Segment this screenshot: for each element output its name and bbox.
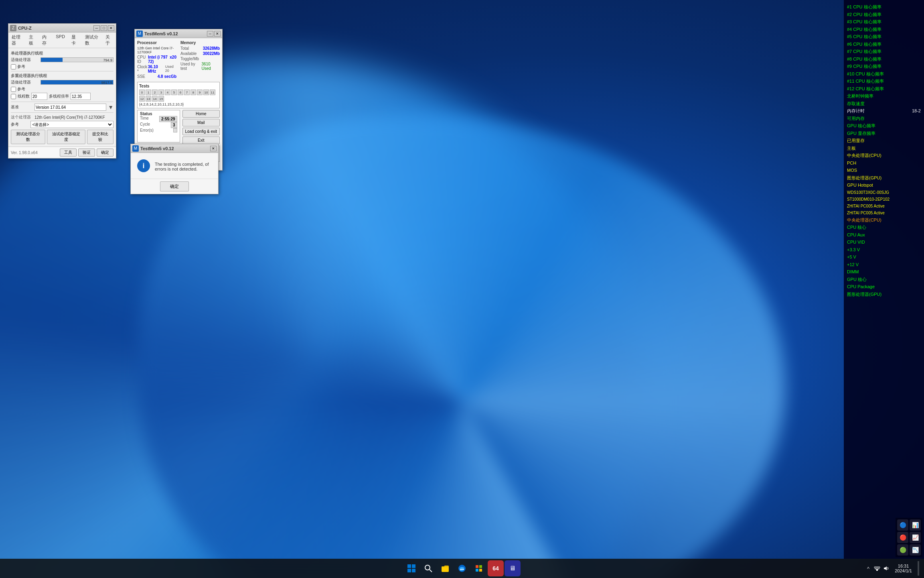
system-clock[interactable]: 16:31 2024/1/1 (892, 563, 914, 574)
menu-display[interactable]: 显卡 (68, 33, 82, 47)
multi-rate-input[interactable] (71, 93, 91, 100)
processor-label: 这个处理器 (11, 114, 33, 120)
multi-ref-checkbox[interactable]: 参考 (11, 86, 113, 92)
testmem-minimize-button[interactable]: ─ (207, 31, 213, 37)
clock-field: Clock * 36.10 MHz Used 20 (137, 65, 176, 73)
threads-checkbox[interactable] (11, 94, 16, 99)
menu-memory[interactable]: 内存 (39, 33, 53, 47)
monitor-item-cpu10: #10 CPU 核心频率 (846, 70, 922, 78)
version-input[interactable] (34, 104, 106, 111)
cpuz-ok-button[interactable]: 确定 (97, 149, 113, 157)
used-by-test-field: Used by test 3610 Used (180, 62, 220, 71)
test-num-0: 0 (139, 90, 145, 95)
footer-buttons: 工具 验证 确定 (60, 149, 113, 157)
store-button[interactable] (471, 560, 487, 576)
threads-count-input[interactable] (31, 93, 47, 100)
menu-about[interactable]: 关于 (102, 33, 116, 47)
ref-select[interactable]: <请选择> (30, 121, 114, 128)
menu-benchmark[interactable]: 测试分数 (82, 33, 103, 47)
monitor-item-dimm-v: DIMM (846, 268, 922, 276)
section-divider2 (11, 102, 113, 102)
cpuz-window-controls: ─ □ ✕ (93, 25, 114, 31)
cpuz-close-button[interactable]: ✕ (108, 25, 114, 31)
windows-logo-icon (407, 564, 416, 573)
load-config-button[interactable]: Load config & exit (182, 128, 220, 135)
status-section: Status Time 2:55:29 Cycle 3 Error(s) (137, 110, 180, 142)
monitor-item-wds-temp: WDS100T3X0C-00SJG (846, 189, 922, 196)
memory-used-label: Used by test (180, 62, 201, 71)
testmem-dialog-icon: M (132, 145, 139, 152)
menu-processor[interactable]: 处理器 (8, 33, 26, 47)
exit-button[interactable]: Exit (182, 136, 220, 144)
cpuz-tool-button[interactable]: 工具 (60, 149, 77, 157)
monitor-item-mos-temp: MOS (846, 167, 922, 174)
cpuz-minimize-button[interactable]: ─ (93, 25, 100, 31)
cpuz-titlebar[interactable]: Z CPU-Z ─ □ ✕ (8, 24, 116, 33)
clock-date: 2024/1/1 (895, 568, 912, 573)
dialog-close-button[interactable]: ✕ (210, 146, 217, 151)
dialog-ok-button[interactable]: 确定 (160, 181, 189, 191)
menu-mobo[interactable]: 主板 (26, 33, 39, 47)
start-button[interactable] (403, 560, 419, 576)
tray-volume-icon[interactable] (882, 564, 890, 572)
mini-icon-3[interactable]: 🔴 (897, 532, 908, 543)
edge-button[interactable] (454, 560, 470, 576)
search-button[interactable] (420, 560, 436, 576)
mini-icon-6[interactable]: 📉 (910, 544, 921, 556)
cpuz-footer: Ver. 1.98.0.x64 工具 验证 确定 (8, 147, 116, 158)
cpuz-maximize-button[interactable]: □ (101, 25, 107, 31)
test-pattern: {4,2,8,14,2,10,11,15,2,10,3} (139, 102, 218, 106)
testmem-window-controls: ─ ✕ (207, 31, 221, 37)
test-num-11: 11 (210, 90, 215, 95)
monitor-item-vram-used: 已用显存 (846, 137, 922, 144)
taskbar-center-icons: 64 🖥 (403, 560, 521, 576)
mini-icon-2[interactable]: 📊 (910, 519, 921, 531)
test-num-12: 12 (139, 96, 145, 102)
cpu64-button[interactable]: 64 (488, 560, 504, 576)
cycle-label: Cycle (140, 122, 150, 128)
tray-network-icon[interactable] (873, 564, 881, 572)
file-explorer-button[interactable] (437, 560, 453, 576)
tray-expand-button[interactable]: ^ (864, 564, 872, 572)
testmem-close-button[interactable]: ✕ (214, 31, 221, 37)
single-ref-checkbox[interactable]: 参考 (11, 64, 113, 69)
hwinfo-button[interactable]: 🖥 (505, 560, 521, 576)
threads-row: 线程数 适做处理器 多线程倍率 (11, 93, 113, 100)
monitor-item-cpu8: #8 CPU 核心频率 (846, 55, 922, 63)
benchmark-single-button[interactable]: 测试处理器分数 (11, 130, 45, 144)
mini-panel-row-3: 🟢 📉 (897, 544, 921, 556)
testmem-titlebar[interactable]: M TestMem5 v0.12 ─ ✕ (135, 29, 222, 38)
mail-button[interactable]: Mail (182, 119, 220, 126)
mini-icon-5[interactable]: 🟢 (897, 544, 908, 556)
benchmark-multi-button[interactable]: 油试处理器稳定度 (47, 130, 85, 144)
volume-icon (883, 565, 889, 572)
clock-label: Clock * (137, 65, 148, 73)
testmem-dialog-titlebar[interactable]: M TestMem5 v0.12 ✕ (131, 144, 218, 153)
version-dropdown-icon[interactable]: ▼ (108, 104, 113, 110)
monitor-item-5v: +5 V (846, 253, 922, 261)
svg-rect-1 (412, 564, 415, 568)
cpuz-verify-button[interactable]: 验证 (78, 149, 95, 157)
mini-icon-4[interactable]: 📈 (910, 532, 921, 543)
multi-ref-checkbox-input[interactable] (11, 87, 16, 92)
show-desktop-button[interactable] (918, 561, 919, 576)
submit-button[interactable]: 提交和比较 (87, 130, 114, 144)
mini-icon-1[interactable]: 🔵 (897, 519, 908, 531)
testmem-processor-col: Processor 12th Gen Intel Core i7-12700KF… (137, 41, 176, 79)
taskbar: 64 🖥 ^ 16:31 20 (0, 559, 924, 578)
test-num-13: 13 (146, 96, 151, 102)
monitor-item-mobo-temp: 主板 (846, 144, 922, 152)
monitor-item-cpu7: #7 CPU 核心频率 (846, 48, 922, 55)
single-ref-checkbox-input[interactable] (11, 64, 16, 69)
menu-spd[interactable]: SPD (53, 33, 68, 47)
home-button[interactable]: Home (182, 110, 220, 118)
version-label: 基准 (11, 104, 33, 110)
status-section-title: Status (140, 112, 177, 116)
testmem-title: TestMem5 v0.12 (144, 31, 207, 36)
hwinfo-label: 🖥 (509, 565, 516, 572)
available-value: 30022Mb (203, 51, 220, 56)
testmem-icon: M (136, 31, 143, 37)
monitor-item-cpu-temp: 中央处理器(CPU) (846, 152, 922, 159)
monitor-item-cpu-power: 中央处理器(CPU) (846, 216, 922, 224)
errors-label: Error(s) (140, 128, 154, 132)
